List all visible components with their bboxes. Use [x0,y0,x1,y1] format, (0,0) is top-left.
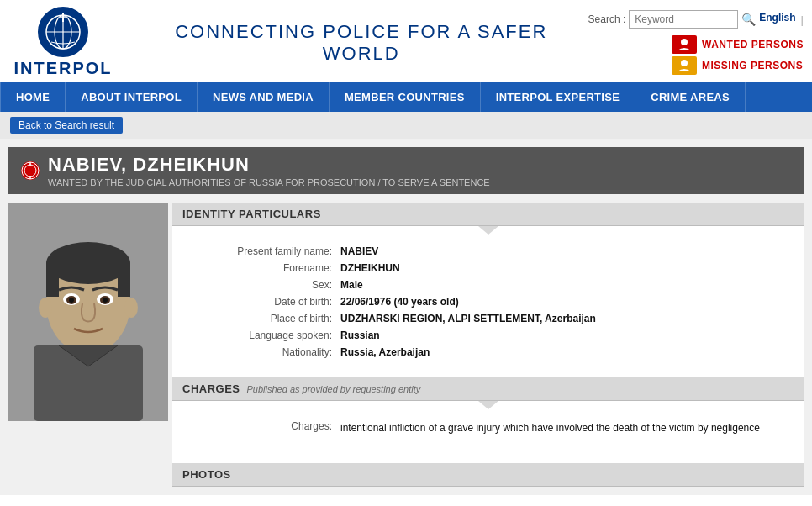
search-input[interactable] [629,10,738,29]
photos-section: PHOTOS [172,463,804,487]
top-right-area: Search : 🔍 English | WANTED PERSONS [588,10,804,75]
lang-divider: | [801,13,804,26]
language-selector[interactable]: English [759,12,795,24]
logo-area: INTERPOL [8,7,118,78]
charges-section: CHARGES Published as provided by request… [172,377,804,455]
svg-point-27 [124,298,138,318]
charges-header: CHARGES Published as provided by request… [172,377,804,401]
person-full-name: NABIEV, DZHEIKHUN [48,154,490,176]
wanted-persons-link[interactable]: WANTED PERSONS [672,35,804,54]
charges-content: Charges: intentional infliction of a gra… [172,409,804,455]
svg-point-26 [39,298,52,318]
svg-point-7 [681,60,688,66]
svg-point-6 [681,39,688,45]
missing-persons-label: MISSING PERSONS [702,60,803,71]
svg-point-25 [103,298,108,303]
identity-section: IDENTITY PARTICULARS Present family name… [172,203,804,377]
search-bar: Search : 🔍 English | [588,10,804,29]
person-header: NABIEV, DZHEIKHUN WANTED BY THE JUDICIAL… [8,147,804,194]
interpol-notice-badge [21,161,40,180]
identity-row-language: Language spoken: Russian [172,327,804,344]
charges-row: Charges: intentional infliction of a gra… [172,418,804,438]
svg-rect-19 [118,263,130,297]
nav-crime-areas[interactable]: CRIME AREAS [635,82,746,112]
nav-member-countries[interactable]: MEMBER COUNTRIES [330,82,481,112]
tagline: CONNECTING POLICE FOR A SAFER WORLD [134,21,588,65]
identity-row-forename: Forename: DZHEIKHUN [172,260,804,277]
person-name-area: NABIEV, DZHEIKHUN WANTED BY THE JUDICIAL… [48,154,490,187]
search-label: Search : [588,13,626,25]
wanted-persons-label: WANTED PERSONS [702,39,804,50]
main-nav: HOME ABOUT INTERPOL NEWS AND MEDIA MEMBE… [0,82,812,112]
nav-about[interactable]: ABOUT INTERPOL [66,82,198,112]
identity-row-pob: Place of birth: UDZHARSKI REGION, ALPI S… [172,310,804,327]
identity-row-sex: Sex: Male [172,277,804,293]
identity-header: IDENTITY PARTICULARS [172,203,804,226]
photos-header: PHOTOS [172,463,804,487]
svg-rect-18 [46,263,59,297]
back-bar: Back to Search result [0,112,812,139]
search-button[interactable]: 🔍 [741,13,756,26]
person-wanted-subtitle: WANTED BY THE JUDICIAL AUTHORITIES OF RU… [48,177,490,187]
nav-news[interactable]: NEWS AND MEDIA [198,82,330,112]
missing-persons-link[interactable]: MISSING PERSONS [672,56,804,75]
info-column: IDENTITY PARTICULARS Present family name… [172,203,804,487]
identity-row-nationality: Nationality: Russia, Azerbaijan [172,344,804,361]
identity-arrow [478,226,498,235]
main-layout: IDENTITY PARTICULARS Present family name… [8,203,804,487]
quick-links: WANTED PERSONS MISSING PERSONS [672,35,804,75]
svg-point-24 [69,298,74,303]
identity-row-dob: Date of birth: 22/06/1976 (40 years old) [172,293,804,310]
back-to-search-button[interactable]: Back to Search result [10,117,123,134]
wanted-persons-icon [672,35,697,54]
person-photo [8,203,168,421]
content-area: NABIEV, DZHEIKHUN WANTED BY THE JUDICIAL… [0,139,812,495]
interpol-logo [38,7,88,57]
logo-text: INTERPOL [13,59,112,78]
charges-arrow [478,401,498,409]
nav-home[interactable]: HOME [0,82,66,112]
missing-persons-icon [672,56,697,75]
photo-column [8,203,172,487]
identity-row-family-name: Present family name: NABIEV [172,243,804,260]
nav-expertise[interactable]: INTERPOL EXPERTISE [481,82,635,112]
identity-table: Present family name: NABIEV Forename: DZ… [172,235,804,377]
